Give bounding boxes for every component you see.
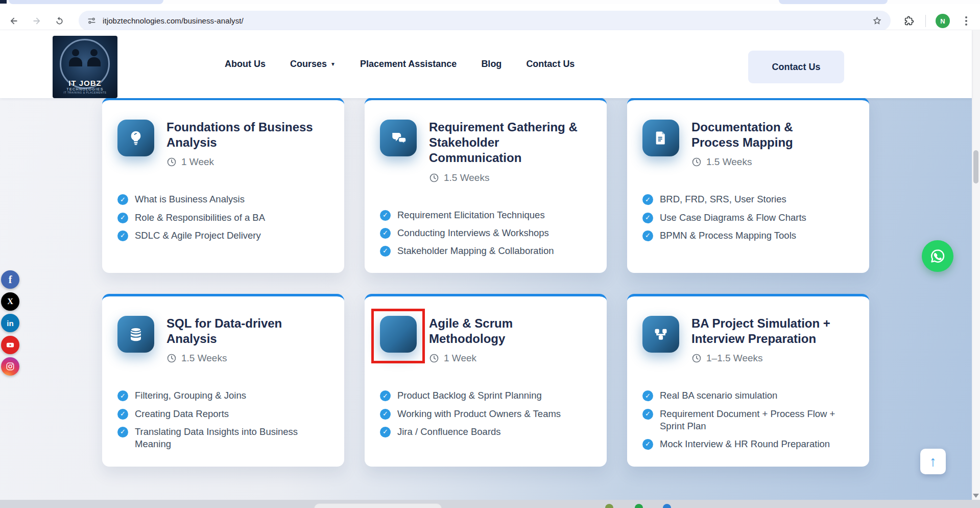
url-text[interactable]: itjobztechnologies.com/business-analyst/ bbox=[103, 16, 872, 25]
course-card-foundations[interactable]: Foundations of Business Analysis 1 Week … bbox=[102, 98, 344, 273]
clock-icon bbox=[429, 353, 439, 363]
forward-button[interactable] bbox=[28, 12, 46, 30]
course-bullet: ✓Mock Interview & HR Round Preparation bbox=[642, 438, 854, 450]
whatsapp-fab[interactable] bbox=[922, 240, 953, 272]
extensions-puzzle-icon bbox=[903, 15, 915, 27]
course-bullet: ✓Product Backlog & Sprint Planning bbox=[380, 389, 591, 402]
youtube-icon bbox=[5, 340, 15, 350]
course-bullets: ✓Real BA scenario simulation ✓Requiremen… bbox=[642, 389, 854, 450]
browser-tab[interactable] bbox=[779, 0, 888, 4]
check-icon: ✓ bbox=[117, 230, 128, 241]
check-icon: ✓ bbox=[380, 427, 391, 437]
check-icon: ✓ bbox=[380, 246, 391, 257]
whatsapp-icon bbox=[928, 247, 947, 265]
card-icon-tile bbox=[642, 120, 679, 156]
course-duration: 1 Week bbox=[166, 156, 313, 168]
browser-tab[interactable] bbox=[9, 0, 163, 4]
course-bullet: ✓Creating Data Reports bbox=[117, 408, 329, 420]
tab-strip bbox=[0, 0, 980, 4]
document-icon bbox=[653, 130, 669, 146]
reload-button[interactable] bbox=[50, 12, 68, 30]
nav-courses[interactable]: Courses ▼ bbox=[290, 59, 336, 70]
clock-icon bbox=[691, 353, 702, 363]
course-title: SQL for Data-driven Analysis bbox=[166, 316, 282, 347]
main-navigation: About Us Courses ▼ Placement Assistance … bbox=[225, 30, 575, 98]
check-icon: ✓ bbox=[117, 409, 128, 420]
nav-contact-us[interactable]: Contact Us bbox=[526, 59, 575, 70]
course-bullet: ✓Role & Responsibilities of a BA bbox=[117, 212, 329, 224]
site-header: IT JOBZ TECHNOLOGIES IT TRAINING & PLACE… bbox=[0, 30, 972, 98]
back-button[interactable] bbox=[5, 12, 23, 30]
course-card-ba-simulation[interactable]: BA Project Simulation + Interview Prepar… bbox=[627, 294, 869, 467]
browser-toolbar: itjobztechnologies.com/business-analyst/… bbox=[0, 4, 980, 30]
card-icon-tile bbox=[642, 316, 679, 353]
nav-placement-assistance[interactable]: Placement Assistance bbox=[360, 59, 457, 70]
course-bullet: ✓Working with Product Owners & Teams bbox=[380, 408, 591, 420]
check-icon: ✓ bbox=[117, 194, 128, 205]
course-bullet: ✓Conducting Interviews & Workshops bbox=[380, 227, 591, 239]
course-bullets: ✓Product Backlog & Sprint Planning ✓Work… bbox=[380, 389, 591, 437]
course-card-sql[interactable]: SQL for Data-driven Analysis 1.5 Weeks ✓… bbox=[102, 294, 344, 467]
x-twitter-button[interactable]: X bbox=[1, 292, 19, 311]
course-bullet: ✓BPMN & Process Mapping Tools bbox=[642, 229, 854, 242]
course-card-requirement-gathering[interactable]: Requirement Gathering & Stakeholder Comm… bbox=[365, 98, 607, 273]
lightbulb-icon bbox=[127, 129, 145, 147]
next-section-dot bbox=[605, 504, 613, 508]
course-bullet: ✓Requirement Document + Process Flow + S… bbox=[642, 408, 854, 432]
card-icon-tile bbox=[117, 120, 154, 156]
course-card-agile-scrum[interactable]: Agile & Scrum Methodology 1 Week ✓Produc… bbox=[365, 294, 607, 467]
nav-blog[interactable]: Blog bbox=[481, 59, 501, 70]
course-bullet: ✓What is Business Analysis bbox=[117, 193, 329, 205]
check-icon: ✓ bbox=[380, 210, 391, 221]
course-duration: 1.5 Weeks bbox=[166, 353, 282, 364]
scrollbar-thumb[interactable] bbox=[973, 150, 978, 183]
next-section-dot bbox=[635, 504, 643, 508]
site-info-icon[interactable] bbox=[87, 16, 97, 26]
contact-us-button[interactable]: Contact Us bbox=[748, 51, 844, 83]
scrollbar-down-arrow[interactable] bbox=[973, 494, 979, 498]
linkedin-button[interactable]: in bbox=[1, 314, 19, 332]
course-duration: 1.5 Weeks bbox=[429, 172, 578, 183]
card-icon-tile bbox=[380, 316, 417, 353]
network-icon bbox=[653, 326, 669, 342]
next-section-pill bbox=[314, 503, 442, 508]
chevron-down-icon: ▼ bbox=[330, 61, 336, 67]
instagram-icon bbox=[5, 361, 15, 372]
course-bullet: ✓Translating Data Insights into Business… bbox=[117, 426, 329, 450]
database-icon bbox=[127, 326, 145, 343]
course-duration: 1.5 Weeks bbox=[691, 156, 793, 168]
page-scrollbar[interactable] bbox=[972, 30, 980, 508]
course-bullet: ✓Use Case Diagrams & Flow Charts bbox=[642, 212, 854, 224]
address-bar[interactable]: itjobztechnologies.com/business-analyst/ bbox=[79, 11, 891, 31]
course-bullet: ✓Jira / Confluence Boards bbox=[380, 426, 591, 438]
course-bullets: ✓Filtering, Grouping & Joins ✓Creating D… bbox=[117, 389, 329, 450]
extensions-button[interactable] bbox=[900, 12, 918, 30]
scroll-top-button[interactable]: ↑ bbox=[920, 449, 946, 474]
card-icon-tile bbox=[380, 120, 417, 156]
site-logo[interactable]: IT JOBZ TECHNOLOGIES IT TRAINING & PLACE… bbox=[53, 36, 117, 98]
course-card-documentation[interactable]: Documentation & Process Mapping 1.5 Week… bbox=[627, 98, 869, 273]
logo-person-left bbox=[69, 49, 82, 66]
facebook-button[interactable]: f bbox=[1, 270, 19, 289]
browser-chrome: itjobztechnologies.com/business-analyst/… bbox=[0, 0, 980, 30]
reload-icon bbox=[54, 16, 65, 27]
clock-icon bbox=[691, 157, 702, 167]
browser-menu-button[interactable] bbox=[962, 12, 970, 30]
profile-avatar[interactable]: N bbox=[936, 14, 950, 28]
course-bullet: ✓SDLC & Agile Project Delivery bbox=[117, 229, 329, 242]
toolbar-separator bbox=[925, 15, 926, 27]
course-title: Agile & Scrum Methodology bbox=[429, 316, 513, 347]
next-section-dot bbox=[663, 504, 671, 508]
clock-icon bbox=[166, 353, 177, 363]
course-bullet: ✓Stakeholder Mapping & Collaboration bbox=[380, 245, 591, 257]
check-icon: ✓ bbox=[642, 194, 653, 205]
logo-text: IT JOBZ TECHNOLOGIES IT TRAINING & PLACE… bbox=[53, 79, 117, 94]
course-bullets: ✓Requirement Elicitation Techniques ✓Con… bbox=[380, 209, 591, 257]
chat-bubbles-icon bbox=[389, 129, 408, 147]
course-duration: 1–1.5 Weeks bbox=[691, 353, 830, 364]
course-title: Documentation & Process Mapping bbox=[691, 120, 793, 150]
instagram-button[interactable] bbox=[1, 357, 19, 376]
bookmark-star-icon[interactable] bbox=[872, 15, 882, 26]
youtube-button[interactable] bbox=[1, 336, 19, 354]
nav-about-us[interactable]: About Us bbox=[225, 59, 266, 70]
